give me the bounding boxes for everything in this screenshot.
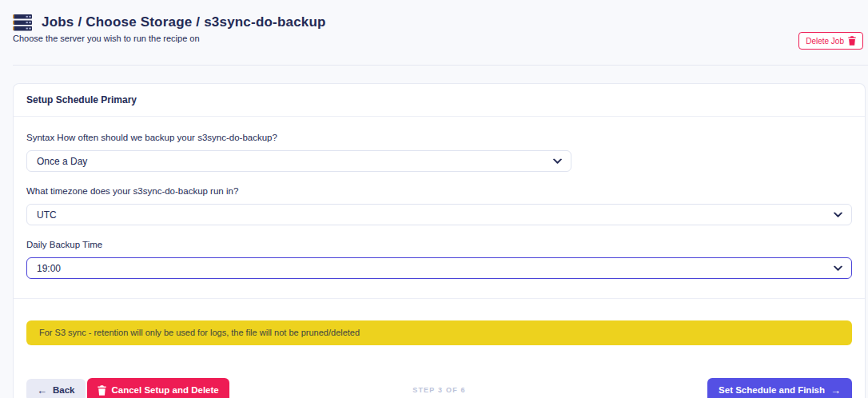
warning-banner: For S3 sync - retention will only be use… [26,320,852,345]
trash-icon [848,36,856,46]
server-stack-icon [13,14,33,31]
page-header: Jobs / Choose Storage / s3sync-do-backup… [0,0,868,45]
section-divider [14,298,865,299]
delete-job-label: Delete Job [806,37,844,46]
daily-backup-time-select[interactable]: 19:00 [26,257,852,279]
frequency-label: Syntax How often should we backup your s… [26,133,852,142]
finish-label: Set Schedule and Finish [719,385,825,395]
cancel-setup-and-delete-button[interactable]: Cancel Setup and Delete [87,378,229,398]
header-divider [13,65,868,66]
arrow-left-icon: ← [37,385,47,396]
timezone-field: What timezone does your s3sync-do-backup… [26,186,852,225]
cancel-label: Cancel Setup and Delete [112,385,219,395]
page-title: Jobs / Choose Storage / s3sync-do-backup [42,14,326,30]
set-schedule-and-finish-button[interactable]: Set Schedule and Finish → [707,378,852,398]
daily-backup-time-field: Daily Backup Time 19:00 [26,240,852,279]
delete-job-button[interactable]: Delete Job [798,32,863,50]
back-label: Back [53,385,75,395]
back-button[interactable]: ← Back [26,379,86,398]
daily-backup-time-label: Daily Backup Time [26,240,852,249]
timezone-select[interactable]: UTC [26,204,852,225]
page-subtitle: Choose the server you wish to run the re… [13,34,855,45]
wizard-footer: ← Back Cancel Setup and Delete STEP 3 OF… [26,378,852,398]
step-indicator: STEP 3 OF 6 [412,386,466,394]
frequency-field: Syntax How often should we backup your s… [26,133,852,172]
arrow-right-icon: → [830,385,841,396]
card-title: Setup Schedule Primary [14,84,865,117]
setup-schedule-card: Setup Schedule Primary Syntax How often … [13,83,866,398]
frequency-select[interactable]: Once a Day [26,150,571,172]
timezone-label: What timezone does your s3sync-do-backup… [26,186,852,196]
trash-icon [98,385,106,396]
